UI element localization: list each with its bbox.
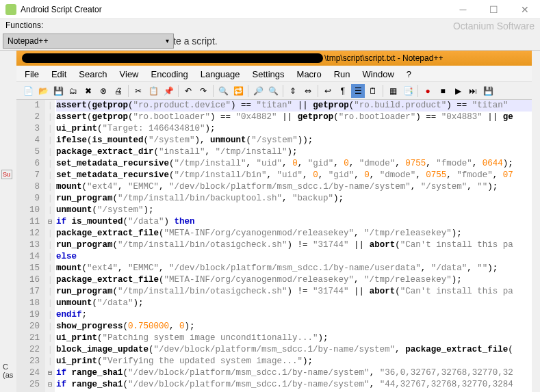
menu-encoding[interactable]: Encoding bbox=[146, 68, 194, 79]
sync-v-icon[interactable]: ⇕ bbox=[286, 84, 300, 98]
menu-run[interactable]: Run bbox=[329, 68, 356, 79]
code-line[interactable]: package_extract_dir("install", "/tmp/ins… bbox=[56, 146, 532, 158]
code-line[interactable]: unmount("/data"); bbox=[56, 298, 532, 309]
window-controls: ─ ☐ ✕ bbox=[448, 0, 540, 19]
new-icon[interactable]: 📄 bbox=[21, 84, 35, 98]
code-line[interactable]: set_metadata_recursive("/tmp/install/bin… bbox=[56, 170, 532, 181]
allchars-icon[interactable]: ¶ bbox=[336, 84, 350, 98]
code-line[interactable]: mount("ext4", "EMMC", "/dev/block/platfo… bbox=[56, 181, 532, 193]
fold-column[interactable]: ││││││││││⊟││││││││││││⊟⊟ bbox=[45, 100, 55, 392]
closeall-icon[interactable]: ⊗ bbox=[97, 84, 110, 98]
notepadpp-window: \tmp\script\script.txt - Notepad++ FileE… bbox=[16, 51, 532, 392]
doc-map-icon[interactable]: ▦ bbox=[386, 84, 400, 98]
menu-search[interactable]: Search bbox=[73, 68, 112, 79]
find-icon[interactable]: 🔍 bbox=[216, 84, 230, 98]
titlebar-title: Android Script Creator bbox=[21, 5, 102, 14]
code-line[interactable]: block_image_update("/dev/block/platform/… bbox=[56, 344, 532, 356]
close-icon[interactable]: ✖ bbox=[81, 84, 95, 98]
code-line[interactable]: else bbox=[56, 251, 532, 263]
app-icon bbox=[5, 4, 16, 15]
playmulti-icon[interactable]: ⏭ bbox=[466, 84, 480, 98]
code-line[interactable]: show_progress(0.750000, 0); bbox=[56, 321, 532, 332]
undo-icon[interactable]: ↶ bbox=[181, 84, 195, 98]
menu-window[interactable]: Window bbox=[357, 68, 400, 79]
code-line[interactable]: unmount("/system"); bbox=[56, 205, 532, 216]
maximize-button[interactable]: ☐ bbox=[478, 0, 509, 19]
menu-?[interactable]: ? bbox=[401, 68, 417, 79]
side-small: Su bbox=[1, 170, 12, 179]
menu-view[interactable]: View bbox=[114, 68, 144, 79]
play-icon[interactable]: ▶ bbox=[451, 84, 465, 98]
menu-macro[interactable]: Macro bbox=[292, 68, 327, 79]
editor-dropdown[interactable]: Notepad++ bbox=[3, 34, 174, 49]
hint-text: ite a script. bbox=[171, 36, 218, 47]
copy-icon[interactable]: 📋 bbox=[146, 84, 160, 98]
npp-toolbar: 📄 📂 💾 🗂 ✖ ⊗ 🖨 ✂ 📋 📌 ↶ ↷ 🔍 🔁 🔎 🔍 ⇕ ⇔ ↩ ¶ … bbox=[16, 82, 532, 100]
functions-row: Functions: Octanium Software bbox=[0, 19, 540, 31]
code-line[interactable]: ui_print("Verifying the updated system i… bbox=[56, 356, 532, 367]
side-bottom: C (as bbox=[3, 363, 13, 379]
code-line[interactable]: package_extract_file("META-INF/org/cyano… bbox=[56, 274, 532, 286]
code-line[interactable]: ui_print("Patching system image uncondit… bbox=[56, 332, 532, 344]
code-line[interactable]: run_program("/tmp/install/bin/otasigchec… bbox=[56, 286, 532, 298]
print-icon[interactable]: 🖨 bbox=[112, 84, 125, 98]
menu-file[interactable]: File bbox=[19, 68, 44, 79]
line-gutter: 1234567891011121314151617181920212223242… bbox=[16, 100, 45, 392]
code-line[interactable]: if is_mounted("/data") then bbox=[56, 216, 532, 228]
savemacro-icon[interactable]: 💾 bbox=[481, 84, 495, 98]
titlebar: Android Script Creator ─ ☐ ✕ bbox=[0, 0, 540, 19]
code-line[interactable]: assert(getprop("ro.product.device") == "… bbox=[56, 100, 532, 112]
indent-icon[interactable]: ☰ bbox=[351, 84, 365, 98]
npp-menubar: FileEditSearchViewEncodingLanguageSettin… bbox=[16, 66, 532, 82]
paste-icon[interactable]: 📌 bbox=[162, 84, 175, 98]
lang-icon[interactable]: 🗒 bbox=[366, 84, 380, 98]
side-panel-stub bbox=[0, 52, 14, 387]
code-line[interactable]: run_program("/tmp/install/bin/otasigchec… bbox=[56, 239, 532, 251]
code-area[interactable]: assert(getprop("ro.product.device") == "… bbox=[55, 100, 532, 392]
func-list-icon[interactable]: 📑 bbox=[401, 84, 415, 98]
npp-title-suffix: \tmp\script\script.txt - Notepad++ bbox=[324, 53, 443, 63]
menu-settings[interactable]: Settings bbox=[247, 68, 290, 79]
code-line[interactable]: run_program("/tmp/install/bin/backuptool… bbox=[56, 193, 532, 205]
code-line[interactable]: if range_sha1("/dev/block/platform/msm_s… bbox=[56, 379, 532, 391]
code-line[interactable]: ifelse(is_mounted("/system"), unmount("/… bbox=[56, 135, 532, 146]
zoom-out-icon[interactable]: 🔍 bbox=[266, 84, 280, 98]
dropdown-value: Notepad++ bbox=[8, 36, 48, 46]
replace-icon[interactable]: 🔁 bbox=[231, 84, 245, 98]
code-line[interactable]: ui_print("Target: 1466434810"); bbox=[56, 123, 532, 135]
npp-editor[interactable]: 1234567891011121314151617181920212223242… bbox=[16, 100, 532, 392]
menu-edit[interactable]: Edit bbox=[46, 68, 72, 79]
npp-title-redacted bbox=[22, 53, 323, 63]
open-icon[interactable]: 📂 bbox=[36, 84, 50, 98]
functions-label: Functions: bbox=[5, 21, 43, 30]
code-line[interactable]: endif; bbox=[56, 309, 532, 321]
menu-language[interactable]: Language bbox=[195, 68, 246, 79]
minimize-button[interactable]: ─ bbox=[448, 0, 478, 19]
save-icon[interactable]: 💾 bbox=[51, 84, 65, 98]
code-line[interactable]: mount("ext4", "EMMC", "/dev/block/platfo… bbox=[56, 263, 532, 274]
wrap-icon[interactable]: ↩ bbox=[321, 84, 335, 98]
brand-label: Octanium Software bbox=[453, 21, 535, 30]
toolbar-row: Notepad++ ite a script. bbox=[0, 31, 540, 51]
cut-icon[interactable]: ✂ bbox=[131, 84, 145, 98]
saveall-icon[interactable]: 🗂 bbox=[66, 84, 80, 98]
code-line[interactable]: if range_sha1("/dev/block/platform/msm_s… bbox=[56, 367, 532, 379]
code-line[interactable]: package_extract_file("META-INF/org/cyano… bbox=[56, 228, 532, 239]
stop-icon[interactable]: ■ bbox=[436, 84, 450, 98]
sync-h-icon[interactable]: ⇔ bbox=[301, 84, 315, 98]
redo-icon[interactable]: ↷ bbox=[196, 84, 210, 98]
code-line[interactable]: set_metadata_recursive("/tmp/install", "… bbox=[56, 158, 532, 170]
npp-titlebar: \tmp\script\script.txt - Notepad++ bbox=[16, 51, 532, 66]
code-line[interactable]: assert(getprop("ro.bootloader") == "0x48… bbox=[56, 112, 532, 123]
close-button[interactable]: ✕ bbox=[509, 0, 540, 19]
zoom-in-icon[interactable]: 🔎 bbox=[251, 84, 265, 98]
record-icon[interactable]: ● bbox=[421, 84, 435, 98]
